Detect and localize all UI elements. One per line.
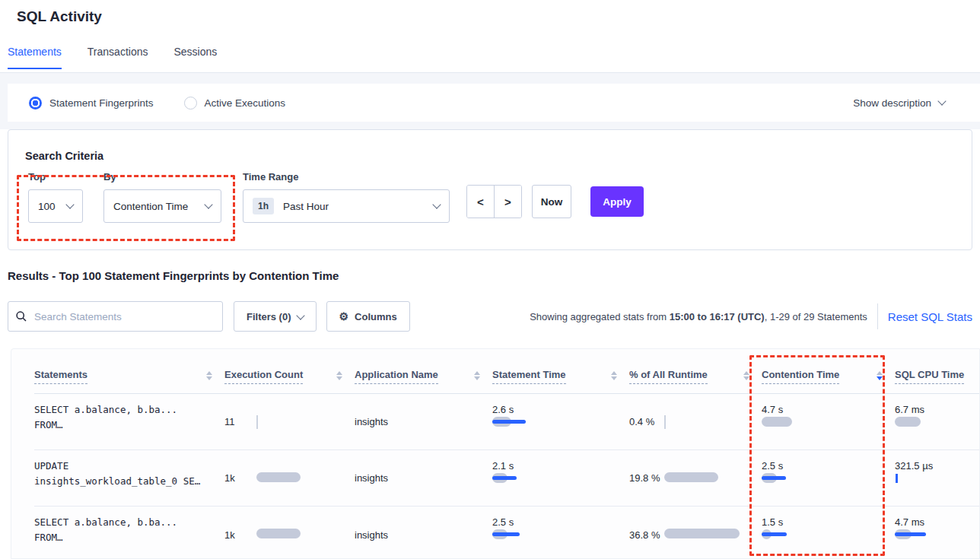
top-label: Top — [28, 171, 83, 183]
column-header-statements[interactable]: Statements — [34, 349, 224, 393]
application-name-cell: insights — [355, 507, 492, 559]
sql-cpu-time-cell: 6.7 ms — [895, 394, 979, 449]
contention-time-cell: 2.5 s — [762, 450, 895, 506]
execution-count-cell: 1k — [224, 507, 355, 559]
search-statements-input[interactable] — [33, 310, 215, 323]
statements-table: Statements Execution Count Application N… — [11, 348, 980, 559]
results-heading: Results - Top 100 Statement Fingerprints… — [8, 269, 339, 282]
statement-fingerprint-link[interactable]: SELECT a.balance, b.ba...FROM… — [34, 394, 224, 449]
column-header-execution-count[interactable]: Execution Count — [224, 349, 355, 393]
search-criteria-card: Search Criteria Top 100 By Contention Ti… — [8, 129, 972, 250]
search-icon — [16, 311, 27, 322]
radio-active-executions[interactable]: Active Executions — [184, 97, 286, 110]
sort-icon — [206, 371, 212, 380]
time-range-label: Time Range — [243, 171, 450, 183]
top-field: Top 100 — [28, 171, 83, 223]
execution-count-cell: 1k — [224, 450, 355, 506]
sort-icon — [336, 371, 342, 380]
application-name-cell: insights — [355, 394, 492, 449]
radio-label: Statement Fingerprints — [49, 97, 154, 109]
show-description-toggle[interactable]: Show description — [853, 97, 945, 109]
time-nav-group: < > — [466, 185, 522, 218]
top-value: 100 — [38, 201, 56, 212]
page-title: SQL Activity — [17, 8, 102, 25]
statement-time-cell: 2.5 s — [492, 507, 629, 559]
columns-button[interactable]: ⚙ Columns — [326, 301, 410, 332]
column-header-statement-time[interactable]: Statement Time — [492, 349, 629, 393]
statement-fingerprint-link[interactable]: SELECT a.balance, b.ba...FROM… — [34, 507, 224, 559]
pct-runtime-cell: 0.4 % — [629, 394, 762, 449]
pct-runtime-cell: 36.8 % — [629, 507, 762, 559]
tab-statements[interactable]: Statements — [8, 46, 62, 69]
filters-label: Filters (0) — [247, 311, 291, 322]
application-name-cell: insights — [355, 450, 492, 506]
toolbar-divider — [877, 303, 878, 329]
showing-stats-text: Showing aggregated stats from 15:00 to 1… — [530, 311, 867, 322]
by-label: By — [103, 171, 221, 183]
sort-icon — [474, 371, 480, 380]
table-row[interactable]: SELECT a.balance, b.ba...FROM… 11 insigh… — [34, 394, 979, 450]
radio-selected-icon[interactable] — [29, 97, 42, 110]
reset-sql-stats-link[interactable]: Reset SQL Stats — [888, 310, 972, 323]
table-body: SELECT a.balance, b.ba...FROM… 11 insigh… — [34, 394, 979, 559]
pct-runtime-bar — [664, 528, 756, 542]
sort-desc-icon — [877, 371, 883, 380]
time-range-badge: 1h — [253, 198, 274, 214]
pct-runtime-bar — [664, 415, 756, 429]
search-criteria-title: Search Criteria — [25, 150, 103, 162]
filters-button[interactable]: Filters (0) — [234, 301, 317, 332]
sql-cpu-time-cell: 4.7 ms — [895, 507, 979, 559]
table-header-row: Statements Execution Count Application N… — [34, 349, 979, 394]
contention-time-cell: 1.5 s — [762, 507, 895, 559]
tab-bar: Statements Transactions Sessions — [8, 46, 217, 69]
top-select[interactable]: 100 — [28, 189, 83, 223]
radio-statement-fingerprints[interactable]: Statement Fingerprints — [29, 97, 154, 110]
execution-count-bar — [256, 415, 348, 429]
view-toggle-band: Statement Fingerprints Active Executions… — [0, 73, 980, 129]
search-statements-box[interactable] — [8, 301, 223, 332]
table-row[interactable]: UPDATEinsights_workload_table_0 SE… 1k i… — [34, 450, 979, 507]
execution-count-cell: 11 — [224, 394, 355, 449]
columns-label: Columns — [355, 311, 397, 322]
tab-sessions[interactable]: Sessions — [173, 46, 217, 69]
sort-icon — [743, 371, 749, 380]
time-next-button[interactable]: > — [495, 186, 521, 218]
chevron-down-icon — [432, 200, 441, 208]
tab-transactions[interactable]: Transactions — [88, 46, 148, 69]
statement-time-cell: 2.1 s — [492, 450, 629, 506]
chevron-down-icon — [65, 200, 74, 208]
apply-button[interactable]: Apply — [590, 186, 644, 217]
statement-fingerprint-link[interactable]: UPDATEinsights_workload_table_0 SE… — [34, 450, 224, 506]
sql-cpu-time-cell: 321.5 µs — [895, 450, 979, 506]
time-range-value: Past Hour — [283, 201, 329, 212]
column-header-application-name[interactable]: Application Name — [355, 349, 492, 393]
time-range-field: Time Range 1h Past Hour — [243, 171, 450, 223]
column-header-pct-runtime[interactable]: % of All Runtime — [629, 349, 762, 393]
time-prev-button[interactable]: < — [467, 186, 495, 218]
now-button[interactable]: Now — [532, 185, 571, 218]
radio-unselected-icon[interactable] — [184, 97, 197, 110]
statement-time-cell: 2.6 s — [492, 394, 629, 449]
showing-time-range: 15:00 to 16:17 (UTC) — [670, 311, 765, 322]
table-row[interactable]: SELECT a.balance, b.ba...FROM… 1k insigh… — [34, 507, 979, 559]
radio-label: Active Executions — [205, 97, 286, 109]
column-header-sql-cpu-time[interactable]: SQL CPU Time — [895, 349, 979, 393]
by-select[interactable]: Contention Time — [103, 189, 221, 223]
view-toggle-card: Statement Fingerprints Active Executions… — [8, 84, 980, 122]
chevron-down-icon — [937, 97, 946, 105]
by-value: Contention Time — [113, 201, 188, 212]
execution-count-bar — [256, 472, 348, 485]
by-field: By Contention Time — [103, 171, 221, 223]
gear-icon: ⚙ — [339, 310, 349, 322]
time-range-select[interactable]: 1h Past Hour — [243, 189, 450, 223]
pct-runtime-bar — [664, 472, 756, 485]
pct-runtime-cell: 19.8 % — [629, 450, 762, 506]
sort-icon — [611, 371, 617, 380]
contention-time-cell: 4.7 s — [762, 394, 895, 449]
execution-count-bar — [256, 528, 348, 542]
sql-activity-page: SQL Activity Statements Transactions Ses… — [0, 0, 980, 559]
chevron-down-icon — [204, 200, 212, 208]
column-header-contention-time[interactable]: Contention Time — [762, 349, 895, 393]
chevron-down-icon — [296, 311, 304, 319]
results-toolbar: Filters (0) ⚙ Columns Showing aggregated… — [8, 301, 980, 332]
